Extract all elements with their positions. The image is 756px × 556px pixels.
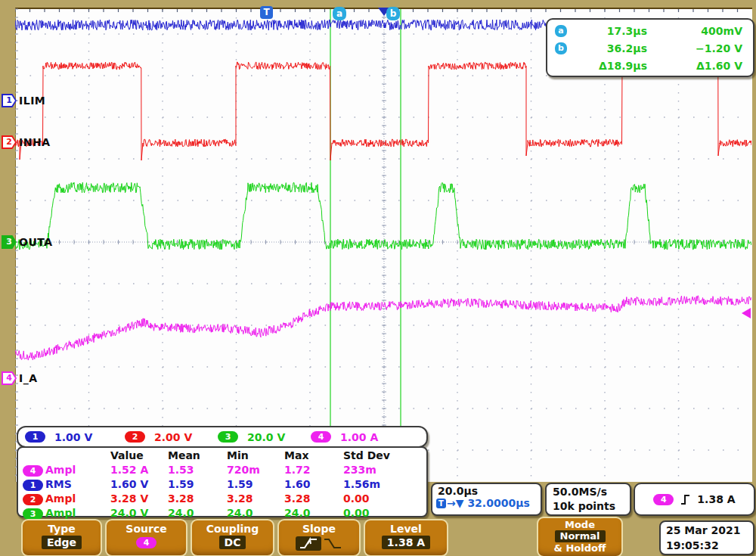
- ch4-position-marker[interactable]: 4: [2, 371, 17, 385]
- ch3-label: OUTA: [19, 236, 53, 248]
- measurement-row-ch4: 4 Ampl 1.52 A 1.53 720m 1.72 233m: [18, 464, 426, 477]
- ch1-chip: 1: [25, 431, 45, 443]
- trigger-readout: 4 1.38 A: [634, 483, 755, 516]
- slope-button[interactable]: Slope: [277, 519, 361, 556]
- type-value: Edge: [42, 536, 82, 549]
- source-channel-chip: 4: [136, 537, 156, 548]
- cursor-a-badge[interactable]: a: [333, 7, 346, 20]
- level-value: 1.38 A: [382, 536, 430, 549]
- trace-outa: [15, 182, 751, 250]
- trigger-source-chip: 4: [653, 494, 674, 505]
- ch2-position-marker[interactable]: 2: [2, 135, 17, 149]
- coupling-value: DC: [219, 536, 246, 549]
- rising-edge-icon: [680, 493, 690, 506]
- measurement-row-ch2: 2 Ampl 3.28 V 3.28 3.28 3.28 0.00: [18, 492, 426, 505]
- cursor-readout-box: a 17.3µs 400mV b 36.2µs −1.20 V Δ18.9µs …: [546, 18, 754, 77]
- ch3-chip: 3: [218, 431, 238, 443]
- falling-slope-icon: [323, 537, 342, 550]
- mode-button[interactable]: Mode Normal & Holdoff: [537, 517, 623, 556]
- ch4-chip: 4: [311, 431, 331, 443]
- cursor-b-time: 36.2µs: [570, 42, 647, 54]
- date-text: 25 Mar 2021: [666, 523, 753, 538]
- measurement-row-ch1: 1 RMS 1.60 V 1.59 1.59 1.60 1.56m: [18, 478, 426, 491]
- ch2-label: INHA: [19, 136, 50, 148]
- ch4-scale: 1.00 A: [340, 431, 378, 443]
- trigger-level-arrow[interactable]: [742, 308, 751, 318]
- record-length: 10k points: [553, 499, 630, 514]
- level-button[interactable]: Level 1.38 A: [364, 519, 448, 556]
- ch3-position-marker[interactable]: 3: [2, 235, 17, 249]
- measurement-header-row: Value Mean Min Max Std Dev: [18, 449, 426, 462]
- cursor-a-time: 17.3µs: [570, 25, 647, 37]
- ch2-chip: 2: [125, 431, 145, 443]
- cursor-b-readout-badge: b: [555, 42, 567, 54]
- rising-slope-icon: [296, 536, 321, 551]
- cursor-a-volt: 400mV: [647, 25, 742, 37]
- type-button[interactable]: Type Edge: [21, 519, 102, 556]
- cursor-b-volt: −1.20 V: [647, 42, 742, 54]
- trigger-level-value: 1.38 A: [697, 493, 735, 505]
- measurement-table: Value Mean Min Max Std Dev 4 Ampl 1.52 A…: [17, 446, 428, 517]
- sample-rate: 50.0MS/s: [553, 485, 630, 499]
- ch1-scale: 1.00 V: [54, 431, 111, 443]
- acquisition-readout: 50.0MS/s 10k points: [545, 483, 631, 516]
- coupling-button[interactable]: Coupling DC: [191, 519, 274, 556]
- trigger-t-icon: T: [436, 499, 446, 508]
- cursor-delta-time: Δ18.9µs: [570, 60, 647, 72]
- trigger-position-marker[interactable]: T: [260, 6, 273, 19]
- ch3-scale: 20.0 V: [247, 431, 304, 443]
- timebase-readout: 20.0µs T→▼ 32.0000µs: [431, 483, 542, 516]
- waveform-traces: [15, 8, 751, 480]
- timebase-scale: 20.0µs: [438, 485, 541, 497]
- cursor-delta-volt: Δ1.60 V: [647, 60, 742, 72]
- mode-value: Normal: [555, 530, 606, 542]
- ch2-scale: 2.00 V: [154, 431, 211, 443]
- cursor-a-readout-badge: a: [555, 25, 567, 37]
- mode-suffix: & Holdoff: [538, 542, 621, 554]
- ch1-label: ILIM: [19, 95, 45, 107]
- trace-i_a: [15, 296, 751, 360]
- channel-scale-bar[interactable]: 1 1.00 V 2 2.00 V 3 20.0 V 4 1.00 A: [17, 426, 428, 448]
- source-button[interactable]: Source 4: [105, 519, 187, 556]
- timebase-delay: T→▼ 32.0000µs: [436, 497, 541, 509]
- time-text: 19:05:32: [666, 538, 753, 553]
- cursor-b-badge[interactable]: b: [386, 7, 400, 20]
- datetime-box: 25 Mar 2021 19:05:32: [659, 520, 754, 555]
- measurement-row-ch3: 3 Ampl 24.0 V 24.0 24.0 24.0 0.00: [18, 507, 426, 520]
- ch4-label: I_A: [19, 372, 38, 384]
- ch1-position-marker[interactable]: 1: [2, 94, 17, 107]
- oscilloscope-screen: T a b 1 ILIM 2 INHA 3 OUTA 4 I_A a 17.3µ…: [0, 0, 756, 556]
